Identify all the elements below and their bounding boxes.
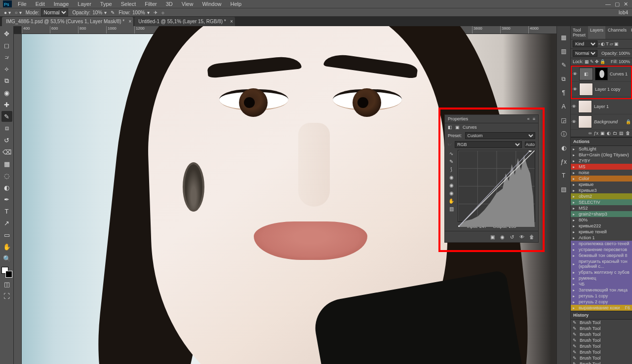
preset-select[interactable]: Custom (465, 132, 535, 139)
tab-channels[interactable]: Channels (606, 26, 629, 39)
history-item[interactable]: Brush Tool (571, 361, 632, 364)
curve-eyedrop-gray[interactable]: ◉ (448, 182, 455, 188)
history-brush-tool[interactable]: ↺ (1, 135, 12, 146)
lock-trans-icon[interactable]: ▦ (585, 59, 589, 64)
move-tool[interactable]: ✥ (1, 28, 12, 39)
history-item[interactable]: Brush Tool (571, 337, 632, 343)
dock-styles-icon[interactable]: ƒx (558, 156, 569, 167)
visibility-icon[interactable]: 👁 (518, 233, 525, 240)
history-item[interactable]: Brush Tool (571, 326, 632, 331)
prev-state-icon[interactable]: ◉ (499, 233, 506, 240)
maximize-icon[interactable]: ▢ (615, 1, 620, 7)
delete-adj-icon[interactable]: 🗑 (528, 233, 535, 240)
dodge-tool[interactable]: ◐ (1, 182, 12, 193)
action-item[interactable]: румянец (571, 275, 632, 281)
group-new-icon[interactable]: 🗀 (613, 131, 617, 136)
action-item[interactable]: притушить красный тон (крайний с... (571, 258, 632, 269)
menu-select[interactable]: Select (117, 1, 140, 7)
opacity-value[interactable]: 10% (92, 10, 102, 15)
curves-graph[interactable] (458, 150, 535, 222)
curve-histogram-icon[interactable]: ▥ (448, 205, 455, 212)
reset-icon[interactable]: ↺ (509, 233, 515, 240)
layer-layer1[interactable]: 👁 Layer 1 (571, 99, 632, 114)
close-icon[interactable]: ✕ (624, 1, 628, 7)
action-item[interactable]: Затемняющий тон лица (571, 287, 632, 293)
menu-edit[interactable]: Edit (32, 1, 49, 7)
tab-untitled-1[interactable]: Untitled-1 @ 55,1% (Layer 15, RGB/8) *× (134, 17, 235, 26)
flow-value[interactable]: 100% (132, 10, 145, 15)
panel-collapse-icon[interactable]: « (527, 116, 530, 121)
adj-new-icon[interactable]: ◐ (607, 131, 611, 136)
lasso-tool[interactable]: ⟉ (1, 52, 12, 63)
action-item[interactable]: устранение пересветов (571, 247, 632, 253)
blur-tool[interactable]: ◌ (1, 170, 12, 181)
dock-clone-icon[interactable]: ⧉ (558, 73, 569, 84)
action-item[interactable]: кривые (571, 182, 632, 187)
blend-mode-select[interactable]: Normal (41, 8, 68, 16)
curve-edit-tool[interactable]: ✋ (448, 197, 455, 204)
filter-adjust-icon[interactable]: ◐ (601, 41, 605, 46)
channel-picker-icon[interactable]: ☞ (448, 142, 452, 147)
shape-tool[interactable]: ▭ (1, 229, 12, 240)
heal-tool[interactable]: ✚ (1, 99, 12, 110)
dock-char-icon[interactable]: A (558, 101, 569, 112)
lock-all-icon[interactable]: 🔒 (600, 59, 605, 64)
tab-paths[interactable]: Paths (629, 26, 632, 39)
dock-swatches-icon[interactable]: ▥ (558, 46, 569, 57)
action-item[interactable]: MS2 (571, 205, 632, 211)
layer-fill-value[interactable]: 100% (619, 59, 630, 64)
history-item[interactable]: Brush Tool (571, 349, 632, 355)
stamp-tool[interactable]: ⧈ (1, 123, 12, 134)
action-item[interactable]: noise (571, 170, 632, 176)
layer-delete-icon[interactable]: 🗑 (626, 131, 630, 136)
filter-pixel-icon[interactable]: ▫ (598, 41, 600, 46)
curve-eyedrop-white[interactable]: ◉ (448, 189, 455, 196)
layer-new-icon[interactable]: ▤ (619, 131, 624, 136)
action-item[interactable]: убрать желтизну с зубов (571, 269, 632, 275)
actions-panel-title[interactable]: Actions (571, 137, 632, 146)
action-item[interactable]: кривые теней (571, 229, 632, 235)
pressure-opacity-icon[interactable]: ✎ (111, 10, 115, 15)
wand-tool[interactable]: ✧ (1, 64, 12, 74)
action-item[interactable]: ZYBY (571, 158, 632, 164)
crop-tool[interactable]: ⧉ (1, 75, 12, 86)
action-item[interactable]: пропилежка свето-теней (571, 241, 632, 247)
fx-icon[interactable]: ƒx (593, 131, 598, 136)
history-panel-title[interactable]: History (571, 311, 632, 320)
history-item[interactable]: Brush Tool (571, 331, 632, 337)
layer-curves-1[interactable]: 👁 ◧ Curves 1 (572, 67, 631, 82)
layer-visibility-icon[interactable]: 👁 (572, 119, 576, 124)
filter-smart-icon[interactable]: ▣ (614, 41, 619, 46)
filter-type-icon[interactable]: T (606, 41, 609, 46)
layer-visibility-icon[interactable]: 👁 (572, 104, 576, 109)
color-swatches[interactable] (1, 267, 12, 278)
action-item[interactable]: obvm2 (571, 193, 632, 199)
eraser-tool[interactable]: ⌫ (1, 146, 12, 157)
menu-help[interactable]: Help (227, 1, 246, 7)
layer-background[interactable]: 👁 Background 🔒 (571, 114, 632, 130)
dock-info-icon[interactable]: ⓘ (558, 129, 569, 140)
brush-preset-icon[interactable]: ● ▾ (4, 10, 11, 15)
layer-blend-mode[interactable]: Normal (573, 50, 597, 57)
quickmask-icon[interactable]: ◫ (1, 279, 12, 290)
layer-layer1-copy[interactable]: 👁 Layer 1 copy (572, 82, 631, 97)
menu-filter[interactable]: Filter (141, 1, 160, 7)
dock-brush-icon[interactable]: ✎ (558, 60, 569, 71)
layer-visibility-icon[interactable]: 👁 (573, 87, 577, 92)
filter-shape-icon[interactable]: ▱ (610, 41, 613, 46)
auto-button[interactable]: Auto (525, 142, 535, 147)
history-item[interactable]: Brush Tool (571, 355, 632, 361)
airbrush-icon[interactable]: ✈ (154, 10, 158, 15)
action-item[interactable]: Blur+Grain (Oleg Tityaev) (571, 152, 632, 158)
dock-paragraph-icon[interactable]: ¶ (558, 87, 569, 98)
zoom-tool[interactable]: 🔍 (1, 253, 12, 264)
brush-size-icon[interactable]: ○ ▾ (15, 10, 22, 15)
pressure-size-icon[interactable]: ⟐ (161, 10, 164, 15)
curve-pencil-tool[interactable]: ✎ (448, 158, 455, 165)
action-item[interactable]: Action 1 (571, 235, 632, 241)
action-item[interactable]: Color (571, 176, 632, 182)
menu-window[interactable]: Window (198, 1, 225, 7)
lock-pos-icon[interactable]: ✥ (595, 59, 599, 64)
action-item[interactable]: кривые222 (571, 223, 632, 229)
tab-img-4886[interactable]: IMG_4886-1.psd @ 53,5% (Curves 1, Layer … (2, 17, 133, 26)
